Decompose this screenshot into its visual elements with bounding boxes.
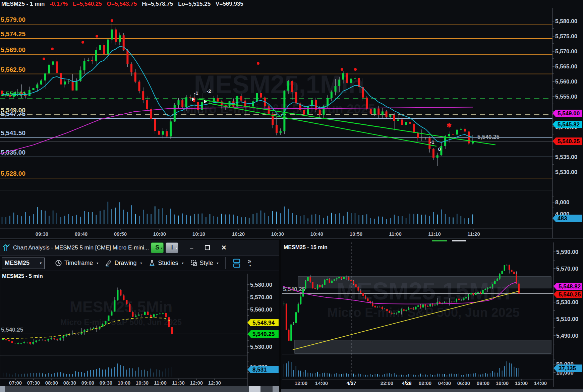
time-axis-label: 10:30 [271, 231, 284, 237]
time-axis-label: 4/27 [346, 380, 356, 386]
axis: 5,580.005,575.005,570.005,565.005,560.00… [0, 8, 577, 238]
price-axis-label: 5,570.00 [556, 266, 578, 272]
window-titlebar[interactable]: Chart Analysis - MESM25 5 min [CME] Micr… [0, 240, 279, 256]
price-badge-text: 483 [558, 215, 567, 222]
header-field-4: Hi=5,578.75 [142, 1, 173, 7]
time-axis-label: 09:30 [100, 380, 112, 386]
interval-button[interactable]: I▾ [166, 242, 178, 253]
time-axis-label: 06:00 [457, 380, 470, 386]
time-axis-label: 11:10 [428, 231, 441, 237]
scrollbar-right-button[interactable] [273, 386, 279, 392]
annotation-label: -1 [194, 90, 198, 96]
time-axis-label: 22:00 [381, 380, 393, 386]
session-button[interactable]: S▾ [151, 242, 164, 253]
price-axis-label: 5,555.00 [555, 94, 577, 100]
layout-button[interactable] [232, 258, 241, 268]
price-axis-label: 5,490.00 [556, 333, 578, 339]
pencil-icon [105, 260, 112, 267]
axis: 5,580.005,570.005,560.005,550.005,540.00… [0, 274, 272, 386]
scrollbar-left-button[interactable] [0, 386, 5, 392]
level-label: 5,541.50 [1, 129, 25, 136]
time-axis-label: 10:00 [496, 380, 509, 386]
price-badge-text: 5,545.82 [558, 121, 580, 128]
price-axis-label: 5,530.00 [556, 299, 578, 305]
horizontal-scrollbar[interactable] [0, 386, 279, 392]
header-field-1: -0.17% [50, 1, 68, 7]
clock-icon [55, 260, 62, 267]
price-badge-text: 5,540.25 [559, 291, 581, 298]
time-axis-label: 12:00 [190, 380, 203, 386]
symbol-selector[interactable]: MESM25▾ [2, 258, 45, 269]
time-axis-label: 10:00 [118, 380, 130, 386]
five-min-chart-canvas[interactable]: MESM25,5MinMicro E-mini S&P 500, Jun 202… [0, 271, 279, 392]
annotation-label: -1 [430, 139, 434, 145]
scrollbar-thumb[interactable] [249, 386, 260, 392]
style-icon [190, 260, 197, 267]
chart-app-icon [2, 244, 10, 252]
level-label: 5,540.25 [1, 327, 23, 333]
time-axis-label: 14:00 [315, 380, 328, 386]
time-axis-label: 07:00 [9, 380, 22, 386]
time-axis-label: 10:20 [232, 231, 245, 237]
toolbar-separator-2 [225, 257, 226, 269]
price-badge-text: 5,548.82 [559, 283, 581, 290]
price-axis-label: 5,560.00 [250, 306, 272, 313]
price-levels: 5,540.25 [0, 327, 247, 334]
header-field-3: O=5,543.75 [107, 1, 137, 7]
drawing-menu[interactable]: Drawing▾ [105, 260, 142, 267]
price-axis-label: 5,510.00 [556, 316, 578, 322]
header-field-5: Lo=5,515.25 [178, 1, 211, 7]
time-axis-label: 09:00 [81, 380, 94, 386]
time-axis-label: 07:30 [27, 380, 40, 386]
price-axis-label: 5,535.00 [555, 154, 577, 160]
price-badge-text: 8,531 [252, 367, 267, 373]
studies-menu[interactable]: Studies▾ [149, 260, 183, 267]
time-axis-label: 10:30 [136, 380, 149, 386]
time-axis-label: 12:00 [515, 380, 528, 386]
timeframe-menu[interactable]: Timeframe▾ [55, 260, 98, 267]
swing-dot [96, 35, 98, 38]
header-field-6: V=569,935 [216, 1, 243, 7]
time-axis-label: 10:00 [153, 231, 166, 237]
level-label: 5,574.25 [1, 31, 25, 38]
level-label: 5,528.00 [1, 170, 25, 177]
time-axis-label: 08:00 [477, 380, 489, 386]
maximize-button[interactable] [205, 245, 210, 250]
watermark: MESM25,5MinMicro E-mini S&P 500, Jun 202… [60, 298, 182, 327]
time-axis-label: 10:50 [350, 231, 362, 237]
fifteen-min-chart-title: MESM25 - 15 min [284, 244, 328, 250]
fifteen-min-chart-canvas[interactable]: MESM25,15MinMicro E-mini S&P 500, Jun 20… [281, 240, 583, 392]
price-badge-text: 5,549.00 [558, 110, 580, 117]
minimize-button[interactable]: – [190, 244, 193, 251]
last-price-star: ✱ [447, 122, 452, 129]
top-chart-canvas[interactable]: MESM25,1MinMicro E-mini S&P 500, Jun 202… [0, 7, 583, 239]
level-label: 5,547.75 [1, 110, 25, 117]
svg-text:MESM25,5Min: MESM25,5Min [70, 298, 173, 316]
level-label: 5,569.00 [1, 46, 25, 53]
trading-workspace: MESM25 - 1 min-0.17%L=5,540.25O=5,543.75… [0, 0, 583, 392]
time-axis-label: 11:20 [467, 231, 480, 237]
price-axis-label: 5,580.00 [250, 282, 272, 288]
candle-wicks [3, 287, 172, 345]
header-field-0: MESM25 - 1 min [1, 1, 45, 7]
time-axis-label: 4/28 [402, 380, 411, 386]
price-axis-label: 5,560.00 [555, 78, 577, 85]
price-axis-label: 5,530.00 [555, 169, 577, 175]
price-axis-label: 5,580.00 [555, 18, 577, 24]
time-axis-label: 09:30 [36, 231, 48, 237]
price-badge-text: 5,548.94 [252, 320, 275, 326]
time-axis-label: 04:00 [438, 380, 451, 386]
volume-bars [3, 363, 172, 377]
swing-dot [257, 62, 259, 65]
close-button[interactable]: ✕ [221, 244, 227, 251]
price-axis-label: 5,590.00 [556, 249, 578, 255]
time-axis-label: 08:30 [63, 380, 76, 386]
time-axis-label: 02:00 [419, 380, 431, 386]
price-badges: 5,548.825,540.2537,135 [553, 283, 582, 372]
time-axis-label: 11:00 [154, 380, 167, 386]
time-axis-label: 11:30 [172, 380, 185, 386]
swing-dot [354, 68, 357, 71]
overflow-button[interactable]: » ▾ [248, 259, 251, 268]
style-menu[interactable]: Style▾ [190, 260, 219, 267]
fifteen-min-scrollbar[interactable] [281, 389, 583, 392]
